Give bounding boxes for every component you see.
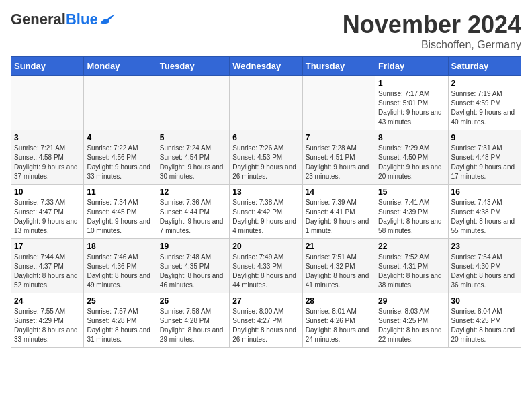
day-number: 2: [451, 79, 518, 88]
day-number: 8: [378, 133, 445, 142]
calendar-day-cell: 12Sunrise: 7:36 AM Sunset: 4:44 PM Dayli…: [157, 185, 229, 239]
weekday-header: Saturday: [448, 57, 521, 76]
title-block: November 2024 Bischoffen, Germany: [343, 11, 521, 51]
day-number: 14: [306, 187, 372, 197]
calendar-day-cell: 5Sunrise: 7:24 AM Sunset: 4:54 PM Daylig…: [157, 130, 229, 185]
day-number: 28: [306, 296, 372, 306]
calendar-day-cell: 25Sunrise: 7:57 AM Sunset: 4:28 PM Dayli…: [84, 293, 157, 348]
day-info: Sunrise: 8:03 AM Sunset: 4:25 PM Dayligh…: [378, 307, 445, 345]
logo-text: GeneralBlue: [11, 11, 116, 28]
weekday-header: Monday: [84, 57, 157, 76]
logo-general: General: [11, 11, 66, 28]
day-number: 29: [378, 296, 445, 306]
day-number: 13: [232, 187, 299, 197]
day-info: Sunrise: 7:51 AM Sunset: 4:32 PM Dayligh…: [306, 253, 372, 290]
day-number: 30: [451, 296, 518, 306]
day-info: Sunrise: 7:28 AM Sunset: 4:51 PM Dayligh…: [306, 144, 372, 181]
day-number: 4: [87, 133, 153, 142]
calendar-day-cell: 20Sunrise: 7:49 AM Sunset: 4:33 PM Dayli…: [230, 239, 302, 293]
day-number: 3: [14, 133, 81, 142]
day-info: Sunrise: 7:29 AM Sunset: 4:50 PM Dayligh…: [378, 144, 445, 181]
day-number: 5: [160, 133, 226, 142]
day-info: Sunrise: 8:00 AM Sunset: 4:27 PM Dayligh…: [232, 307, 299, 345]
day-info: Sunrise: 7:52 AM Sunset: 4:31 PM Dayligh…: [378, 253, 445, 290]
day-number: 22: [378, 242, 445, 251]
calendar-day-cell: 13Sunrise: 7:38 AM Sunset: 4:42 PM Dayli…: [230, 185, 302, 239]
day-info: Sunrise: 7:44 AM Sunset: 4:37 PM Dayligh…: [14, 253, 81, 290]
day-number: 11: [87, 187, 153, 197]
page-header: GeneralBlue November 2024 Bischoffen, Ge…: [11, 11, 521, 51]
calendar-day-cell: 29Sunrise: 8:03 AM Sunset: 4:25 PM Dayli…: [375, 293, 448, 348]
day-info: Sunrise: 7:31 AM Sunset: 4:48 PM Dayligh…: [451, 144, 518, 181]
calendar-table: SundayMondayTuesdayWednesdayThursdayFrid…: [11, 56, 521, 348]
day-info: Sunrise: 7:46 AM Sunset: 4:36 PM Dayligh…: [87, 253, 153, 290]
day-info: Sunrise: 7:26 AM Sunset: 4:53 PM Dayligh…: [232, 144, 299, 181]
calendar-day-cell: 2Sunrise: 7:19 AM Sunset: 4:59 PM Daylig…: [448, 76, 521, 130]
calendar-day-cell: 27Sunrise: 8:00 AM Sunset: 4:27 PM Dayli…: [230, 293, 302, 348]
day-number: 23: [451, 242, 518, 251]
day-info: Sunrise: 7:48 AM Sunset: 4:35 PM Dayligh…: [160, 253, 226, 290]
calendar-day-cell: 6Sunrise: 7:26 AM Sunset: 4:53 PM Daylig…: [230, 130, 302, 185]
calendar-day-cell: 4Sunrise: 7:22 AM Sunset: 4:56 PM Daylig…: [84, 130, 157, 185]
day-info: Sunrise: 7:39 AM Sunset: 4:41 PM Dayligh…: [306, 198, 372, 236]
calendar-week-row: 24Sunrise: 7:55 AM Sunset: 4:29 PM Dayli…: [11, 293, 521, 348]
calendar-day-cell: 9Sunrise: 7:31 AM Sunset: 4:48 PM Daylig…: [448, 130, 521, 185]
calendar-day-cell: 21Sunrise: 7:51 AM Sunset: 4:32 PM Dayli…: [302, 239, 375, 293]
calendar-day-cell: 3Sunrise: 7:21 AM Sunset: 4:58 PM Daylig…: [11, 130, 84, 185]
calendar-day-cell: 8Sunrise: 7:29 AM Sunset: 4:50 PM Daylig…: [375, 130, 448, 185]
weekday-header: Tuesday: [157, 57, 229, 76]
calendar-day-cell: 7Sunrise: 7:28 AM Sunset: 4:51 PM Daylig…: [302, 130, 375, 185]
day-info: Sunrise: 7:34 AM Sunset: 4:45 PM Dayligh…: [87, 198, 153, 236]
day-info: Sunrise: 8:01 AM Sunset: 4:26 PM Dayligh…: [306, 307, 372, 345]
calendar-week-row: 17Sunrise: 7:44 AM Sunset: 4:37 PM Dayli…: [11, 239, 521, 293]
day-info: Sunrise: 7:58 AM Sunset: 4:28 PM Dayligh…: [160, 307, 226, 345]
day-info: Sunrise: 7:24 AM Sunset: 4:54 PM Dayligh…: [160, 144, 226, 181]
day-number: 24: [14, 296, 81, 306]
calendar-week-row: 1Sunrise: 7:17 AM Sunset: 5:01 PM Daylig…: [11, 76, 521, 130]
weekday-header: Friday: [375, 57, 448, 76]
calendar-day-cell: 19Sunrise: 7:48 AM Sunset: 4:35 PM Dayli…: [157, 239, 229, 293]
day-info: Sunrise: 7:33 AM Sunset: 4:47 PM Dayligh…: [14, 198, 81, 236]
calendar-day-cell: 15Sunrise: 7:41 AM Sunset: 4:39 PM Dayli…: [375, 185, 448, 239]
day-info: Sunrise: 7:36 AM Sunset: 4:44 PM Dayligh…: [160, 198, 226, 236]
month-title: November 2024: [343, 11, 521, 39]
day-info: Sunrise: 7:38 AM Sunset: 4:42 PM Dayligh…: [232, 198, 299, 236]
calendar-day-cell: 22Sunrise: 7:52 AM Sunset: 4:31 PM Dayli…: [375, 239, 448, 293]
calendar-day-cell: 17Sunrise: 7:44 AM Sunset: 4:37 PM Dayli…: [11, 239, 84, 293]
calendar-day-cell: [157, 76, 229, 130]
weekday-header: Sunday: [11, 57, 84, 76]
day-info: Sunrise: 7:22 AM Sunset: 4:56 PM Dayligh…: [87, 144, 153, 181]
day-number: 16: [451, 187, 518, 197]
day-number: 20: [232, 242, 299, 251]
calendar-day-cell: 14Sunrise: 7:39 AM Sunset: 4:41 PM Dayli…: [302, 185, 375, 239]
calendar-day-cell: [84, 76, 157, 130]
day-number: 6: [232, 133, 299, 142]
day-info: Sunrise: 7:57 AM Sunset: 4:28 PM Dayligh…: [87, 307, 153, 345]
day-info: Sunrise: 8:04 AM Sunset: 4:25 PM Dayligh…: [451, 307, 518, 345]
day-info: Sunrise: 7:54 AM Sunset: 4:30 PM Dayligh…: [451, 253, 518, 290]
day-info: Sunrise: 7:49 AM Sunset: 4:33 PM Dayligh…: [232, 253, 299, 290]
day-info: Sunrise: 7:43 AM Sunset: 4:38 PM Dayligh…: [451, 198, 518, 236]
day-number: 7: [306, 133, 372, 142]
day-number: 19: [160, 242, 226, 251]
calendar-day-cell: 1Sunrise: 7:17 AM Sunset: 5:01 PM Daylig…: [375, 76, 448, 130]
day-number: 27: [232, 296, 299, 306]
day-number: 12: [160, 187, 226, 197]
day-info: Sunrise: 7:21 AM Sunset: 4:58 PM Dayligh…: [14, 144, 81, 181]
calendar-day-cell: 23Sunrise: 7:54 AM Sunset: 4:30 PM Dayli…: [448, 239, 521, 293]
calendar-day-cell: 18Sunrise: 7:46 AM Sunset: 4:36 PM Dayli…: [84, 239, 157, 293]
day-number: 15: [378, 187, 445, 197]
calendar-day-cell: 11Sunrise: 7:34 AM Sunset: 4:45 PM Dayli…: [84, 185, 157, 239]
day-number: 9: [451, 133, 518, 142]
weekday-header-row: SundayMondayTuesdayWednesdayThursdayFrid…: [11, 57, 521, 76]
day-info: Sunrise: 7:55 AM Sunset: 4:29 PM Dayligh…: [14, 307, 81, 345]
calendar-day-cell: 10Sunrise: 7:33 AM Sunset: 4:47 PM Dayli…: [11, 185, 84, 239]
weekday-header: Thursday: [302, 57, 375, 76]
calendar-day-cell: [230, 76, 302, 130]
logo-bird-icon: [99, 13, 116, 26]
calendar-day-cell: 28Sunrise: 8:01 AM Sunset: 4:26 PM Dayli…: [302, 293, 375, 348]
day-info: Sunrise: 7:41 AM Sunset: 4:39 PM Dayligh…: [378, 198, 445, 236]
calendar-day-cell: 30Sunrise: 8:04 AM Sunset: 4:25 PM Dayli…: [448, 293, 521, 348]
weekday-header: Wednesday: [230, 57, 302, 76]
calendar-week-row: 3Sunrise: 7:21 AM Sunset: 4:58 PM Daylig…: [11, 130, 521, 185]
